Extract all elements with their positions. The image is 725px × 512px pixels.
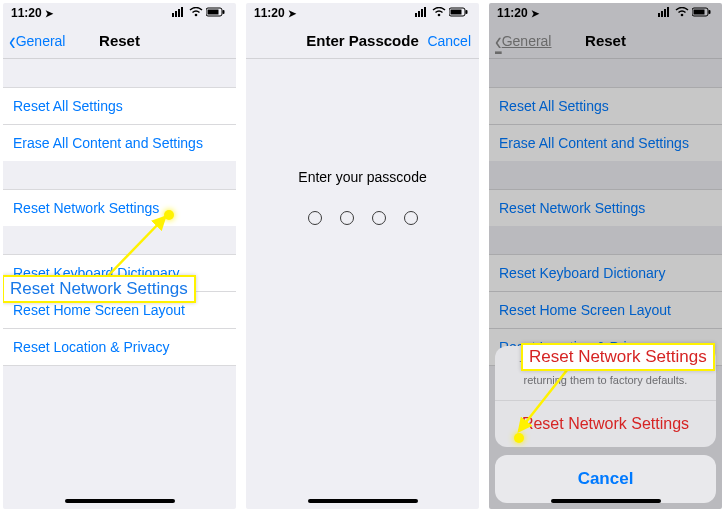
battery-icon	[206, 6, 226, 20]
wifi-icon	[189, 6, 203, 20]
erase-all-content-row: Erase All Content and Settings	[489, 124, 722, 161]
screen-reset-confirm: 11:20 ➤ ‹ General Reset Reset All Settin…	[489, 3, 722, 509]
reset-all-settings-row: Reset All Settings	[489, 87, 722, 124]
settings-list: Reset All Settings Erase All Content and…	[489, 87, 722, 366]
battery-icon	[692, 6, 712, 20]
cancel-button[interactable]: Cancel	[427, 33, 471, 49]
chevron-left-icon: ‹	[9, 28, 16, 54]
passcode-area: Enter your passcode	[246, 169, 479, 225]
nav-bar: ‹ General Reset	[3, 23, 236, 59]
svg-rect-15	[451, 10, 462, 15]
svg-rect-19	[664, 9, 666, 17]
svg-rect-24	[709, 10, 711, 14]
screen-reset: 11:20 ➤ ‹ General Reset Reset All Settin…	[3, 3, 236, 509]
erase-all-content-row[interactable]: Erase All Content and Settings	[3, 124, 236, 161]
passcode-dot	[308, 211, 322, 225]
back-button[interactable]: ‹ General	[9, 31, 65, 51]
signal-icon	[658, 6, 672, 20]
status-time: 11:20	[11, 6, 42, 20]
wifi-icon	[675, 6, 689, 20]
location-icon: ➤	[45, 8, 53, 19]
back-button: ‹ General	[495, 31, 551, 51]
status-time: 11:20	[254, 6, 285, 20]
svg-rect-20	[667, 7, 669, 17]
back-label: General	[502, 33, 552, 49]
home-indicator[interactable]	[65, 499, 175, 503]
reset-all-settings-row[interactable]: Reset All Settings	[3, 87, 236, 124]
wifi-icon	[432, 6, 446, 20]
chevron-left-icon: ‹	[495, 28, 502, 54]
action-sheet-cancel-button[interactable]: Cancel	[495, 455, 716, 503]
battery-icon	[449, 6, 469, 20]
signal-icon	[415, 6, 429, 20]
reset-network-settings-row: Reset Network Settings	[489, 189, 722, 226]
nav-bar: Enter Passcode Cancel	[246, 23, 479, 59]
status-bar: 11:20 ➤	[489, 3, 722, 23]
status-bar: 11:20 ➤	[3, 3, 236, 23]
screen-passcode: 11:20 ➤ Enter Passcode Cancel Enter your…	[246, 3, 479, 509]
highlight-dot	[164, 210, 174, 220]
status-time: 11:20	[497, 6, 528, 20]
action-sheet-destructive-button[interactable]: Reset Network Settings	[495, 401, 716, 447]
location-icon: ➤	[288, 8, 296, 19]
svg-rect-11	[421, 9, 423, 17]
passcode-dot	[340, 211, 354, 225]
svg-rect-9	[415, 13, 417, 17]
page-title: Reset	[585, 32, 626, 49]
back-label: General	[16, 33, 66, 49]
svg-rect-1	[175, 11, 177, 17]
svg-point-21	[681, 14, 684, 17]
svg-rect-10	[418, 11, 420, 17]
passcode-dot	[372, 211, 386, 225]
svg-rect-0	[172, 13, 174, 17]
svg-rect-3	[181, 7, 183, 17]
svg-rect-23	[694, 10, 705, 15]
nav-bar: ‹ General Reset	[489, 23, 722, 59]
svg-rect-17	[658, 13, 660, 17]
svg-rect-16	[466, 10, 468, 14]
page-title: Reset	[99, 32, 140, 49]
page-title: Enter Passcode	[306, 32, 419, 49]
reset-network-settings-row[interactable]: Reset Network Settings	[3, 189, 236, 226]
svg-rect-6	[208, 10, 219, 15]
location-icon: ➤	[531, 8, 539, 19]
annotation-callout: Reset Network Settings	[521, 343, 715, 371]
reset-keyboard-dictionary-row: Reset Keyboard Dictionary	[489, 254, 722, 291]
settings-list: Reset All Settings Erase All Content and…	[3, 87, 236, 366]
reset-home-screen-layout-row: Reset Home Screen Layout	[489, 291, 722, 328]
passcode-dots[interactable]	[246, 211, 479, 225]
passcode-prompt: Enter your passcode	[246, 169, 479, 185]
svg-point-4	[195, 14, 198, 17]
svg-rect-18	[661, 11, 663, 17]
svg-point-13	[438, 14, 441, 17]
reset-location-privacy-row[interactable]: Reset Location & Privacy	[3, 328, 236, 366]
svg-rect-7	[223, 10, 225, 14]
highlight-dot	[514, 433, 524, 443]
status-bar: 11:20 ➤	[246, 3, 479, 23]
home-indicator[interactable]	[308, 499, 418, 503]
home-indicator[interactable]	[551, 499, 661, 503]
svg-rect-12	[424, 7, 426, 17]
annotation-callout: Reset Network Settings	[3, 275, 196, 303]
passcode-dot	[404, 211, 418, 225]
svg-rect-2	[178, 9, 180, 17]
signal-icon	[172, 6, 186, 20]
